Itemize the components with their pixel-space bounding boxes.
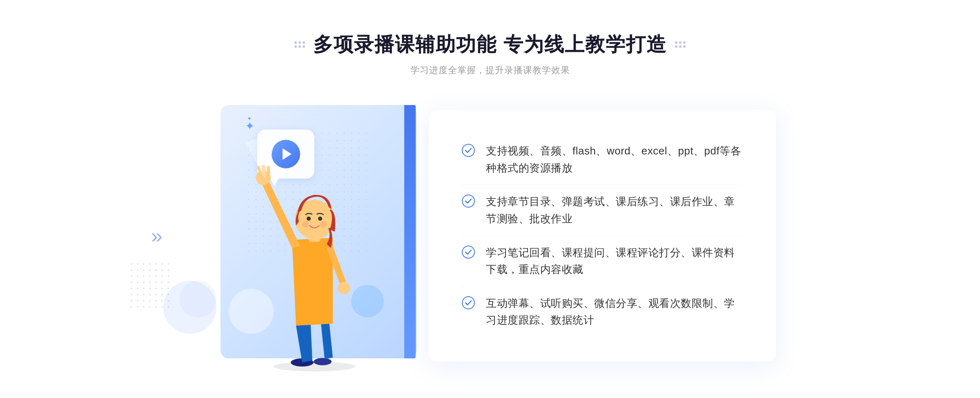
decorative-dots-left [294, 41, 305, 48]
feature-text-3: 学习笔记回看、课程提问、课程评论打分、课件资料下载，重点内容收藏 [486, 244, 743, 278]
svg-point-9 [302, 221, 309, 228]
page-title: 多项录播课辅助功能 专为线上教学打造 [313, 31, 666, 58]
check-icon-4 [461, 296, 476, 311]
chevron-left-decoration: » [151, 224, 163, 248]
svg-point-2 [314, 358, 332, 365]
svg-point-7 [307, 217, 311, 221]
svg-point-11 [462, 144, 474, 157]
svg-point-4 [338, 282, 350, 294]
check-icon-3 [461, 245, 476, 260]
svg-point-8 [318, 217, 322, 221]
check-icon-1 [461, 143, 476, 158]
svg-point-13 [462, 246, 474, 258]
feature-item-4: 互动弹幕、试听购买、微信分享、观看次数限制、学习进度跟踪、数据统计 [461, 287, 743, 337]
svg-point-12 [462, 195, 474, 207]
page-subtitle: 学习进度全掌握，提升录播课教学效果 [294, 64, 685, 76]
check-icon-2 [461, 194, 476, 209]
svg-point-10 [320, 221, 327, 228]
feature-text-2: 支持章节目录、弹题考试、课后练习、课后作业、章节测验、批改作业 [486, 193, 743, 227]
blue-stripe-accent [404, 105, 416, 358]
feature-text-4: 互动弹幕、试听购买、微信分享、观看次数限制、学习进度跟踪、数据统计 [486, 295, 743, 329]
svg-point-14 [462, 297, 474, 309]
page-wrapper: 多项录播课辅助功能 专为线上教学打造 学习进度全掌握，提升录播课教学效果 [0, 7, 980, 391]
features-panel: 支持视频、音频、flash、word、excel、ppt、pdf等各种格式的资源… [429, 110, 776, 362]
header-section: 多项录播课辅助功能 专为线上教学打造 学习进度全掌握，提升录播课教学效果 [294, 31, 685, 76]
feature-item-1: 支持视频、音频、flash、word、excel、ppt、pdf等各种格式的资源… [461, 134, 743, 185]
feature-item-2: 支持章节目录、弹题考试、课后练习、课后作业、章节测验、批改作业 [461, 185, 743, 236]
content-section: » ✦ ✦ [204, 97, 776, 375]
decorative-dots-right [675, 41, 686, 48]
illustration-container: ✦ ✦ [204, 97, 433, 375]
figure-illustration [220, 109, 408, 375]
feature-text-1: 支持视频、音频、flash、word、excel、ppt、pdf等各种格式的资源… [486, 143, 743, 177]
feature-item-3: 学习笔记回看、课程提问、课程评论打分、课件资料下载，重点内容收藏 [461, 236, 743, 287]
title-row: 多项录播课辅助功能 专为线上教学打造 [294, 31, 685, 58]
